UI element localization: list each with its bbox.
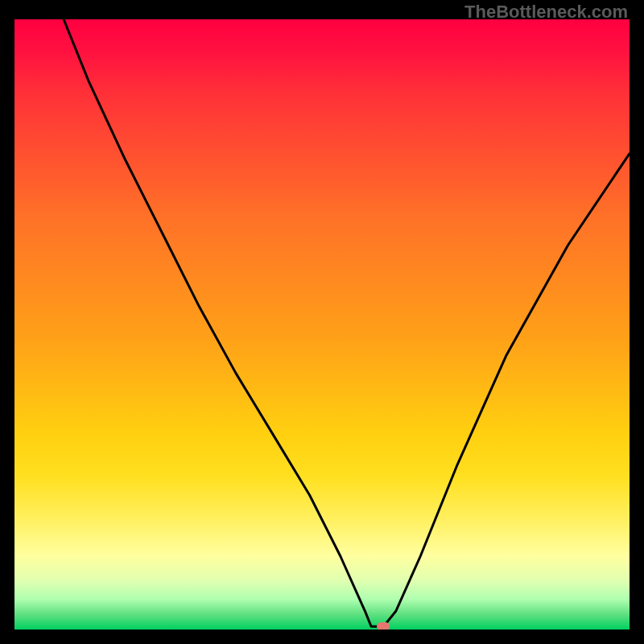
bottleneck-curve (14, 19, 630, 630)
watermark-text: TheBottleneck.com (464, 2, 628, 23)
chart-frame: TheBottleneck.com (0, 0, 644, 644)
plot-area (14, 19, 630, 630)
minimum-marker (377, 622, 390, 630)
